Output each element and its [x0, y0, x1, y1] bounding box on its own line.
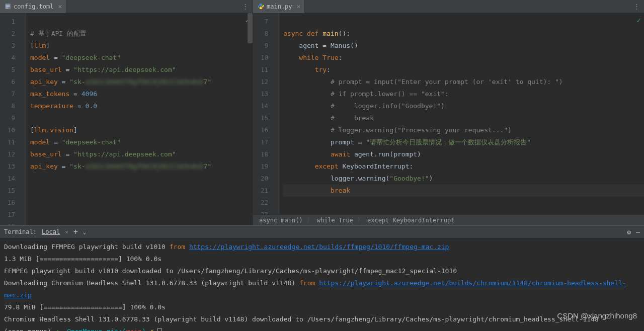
add-terminal-icon[interactable]: + [73, 227, 78, 236]
gutter-right: 7891011121314151617181920212223▶ [253, 13, 272, 214]
chevron-down-icon[interactable]: ⌄ [83, 229, 87, 235]
terminal-tab-local[interactable]: Local [42, 228, 60, 235]
terminal-body[interactable]: Downloading FFMPEG playwright build v101… [0, 238, 644, 331]
terminal-header: Terminal: Local × + ⌄ ⚙ — [0, 226, 644, 238]
terminal-cursor [157, 328, 162, 331]
more-tabs-icon[interactable]: ⋮ [238, 3, 253, 10]
tab-config-toml[interactable]: config.toml × [0, 0, 66, 13]
scrollbar-left[interactable] [248, 13, 253, 43]
code-area-right[interactable]: 7891011121314151617181920212223▶ async d… [253, 13, 644, 214]
editor-pane-right: main.py × ⋮ 7891011121314151617181920212… [253, 0, 644, 225]
python-file-icon [257, 3, 264, 10]
code-right[interactable]: async def main(): agent = Manus() while … [279, 13, 644, 214]
tab-label: main.py [267, 3, 292, 10]
tab-main-py[interactable]: main.py × [253, 0, 305, 13]
tab-label: config.toml [14, 3, 53, 10]
svg-rect-1 [6, 5, 9, 6]
close-icon[interactable]: × [297, 3, 301, 10]
svg-rect-3 [6, 8, 8, 8]
breadcrumb-item[interactable]: except KeyboardInterrupt [367, 217, 454, 224]
editor-pane-left: config.toml × ⋮ 123456789101112131415161… [0, 0, 253, 225]
code-left[interactable]: # 基于API 的配置[llm]model = "deepseek-chat"b… [26, 13, 253, 225]
breadcrumb-item[interactable]: async main() [259, 217, 303, 224]
tab-bar-right: main.py × ⋮ [253, 0, 644, 13]
code-area-left[interactable]: 123456789101112131415161718 # 基于API 的配置[… [0, 13, 253, 225]
run-gutter-icon[interactable]: ▶ [253, 209, 255, 214]
breadcrumb[interactable]: async main()〉 while True〉 except Keyboar… [253, 214, 644, 225]
close-icon[interactable]: × [65, 229, 68, 235]
terminal-label: Terminal: [4, 228, 37, 235]
fold-column-right [272, 13, 279, 214]
terminal-panel: Terminal: Local × + ⌄ ⚙ — Downloading FF… [0, 225, 644, 331]
minimize-icon[interactable]: — [636, 228, 640, 236]
terminal-link[interactable]: https://playwright.azureedge.net/builds/… [189, 243, 449, 251]
toml-file-icon [4, 3, 11, 10]
breadcrumb-item[interactable]: while True [317, 217, 353, 224]
gear-icon[interactable]: ⚙ [627, 228, 631, 236]
inspection-ok-icon: ✓ [637, 16, 641, 24]
close-icon[interactable]: × [58, 3, 62, 10]
fold-column-left [19, 13, 26, 225]
more-tabs-icon[interactable]: ⋮ [629, 3, 644, 10]
gutter-left: 123456789101112131415161718 [0, 13, 19, 225]
svg-rect-2 [6, 7, 9, 7]
tab-bar-left: config.toml × ⋮ [0, 0, 253, 13]
